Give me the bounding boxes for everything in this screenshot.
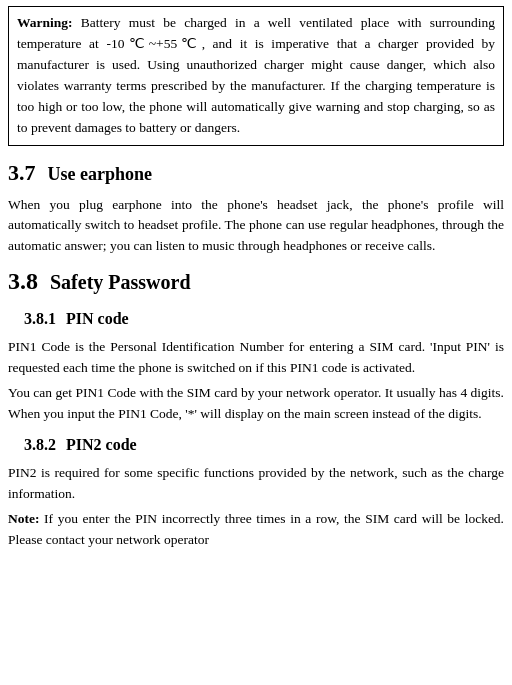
section-381-number: 3.8.1 — [24, 307, 56, 331]
section-37-heading: 3.7 Use earphone — [8, 156, 504, 189]
section-381-body1: PIN1 Code is the Personal Identification… — [8, 337, 504, 379]
warning-text: Warning: Battery must be charged in a we… — [17, 13, 495, 139]
section-38-number: 3.8 — [8, 263, 38, 299]
section-382-body1: PIN2 is required for some specific funct… — [8, 463, 504, 505]
warning-body: Battery must be charged in a well ventil… — [17, 15, 495, 135]
section-382-title: PIN2 code — [66, 433, 137, 457]
section-37-body: When you plug earphone into the phone's … — [8, 195, 504, 258]
note-label: Note: — [8, 511, 39, 526]
section-38-title: Safety Password — [50, 267, 191, 297]
section-381-heading: 3.8.1 PIN code — [24, 307, 504, 331]
warning-label: Warning: — [17, 15, 73, 30]
section-37-title: Use earphone — [48, 161, 153, 188]
section-382-heading: 3.8.2 PIN2 code — [24, 433, 504, 457]
section-38-heading: 3.8 Safety Password — [8, 263, 504, 299]
section-381-title: PIN code — [66, 307, 129, 331]
warning-box: Warning: Battery must be charged in a we… — [8, 6, 504, 146]
section-382-number: 3.8.2 — [24, 433, 56, 457]
section-382-note: Note: If you enter the PIN incorrectly t… — [8, 509, 504, 551]
note-text: If you enter the PIN incorrectly three t… — [8, 511, 504, 547]
section-381-body2: You can get PIN1 Code with the SIM card … — [8, 383, 504, 425]
section-37-number: 3.7 — [8, 156, 36, 189]
